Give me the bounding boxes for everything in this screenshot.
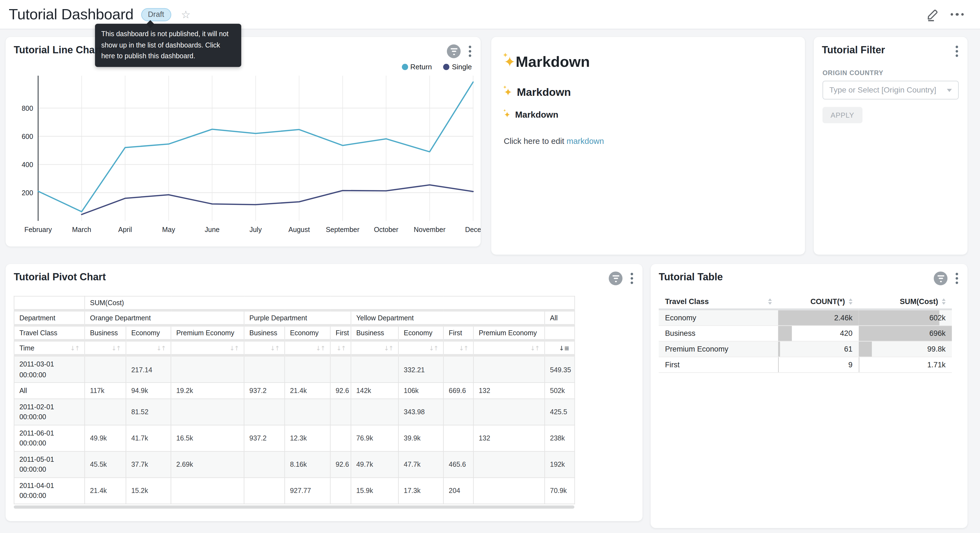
- pivot-cell: [473, 477, 545, 503]
- pivot-cell: 76.9k: [351, 425, 398, 451]
- markdown-card[interactable]: ✦✦Markdown ✦✦Markdown ✦✦Markdown Click h…: [492, 37, 805, 255]
- table-filter-indicator-icon[interactable]: [934, 271, 947, 285]
- table-row: First91.71k: [659, 357, 952, 373]
- chevron-down-icon: [947, 89, 952, 92]
- sort-icon[interactable]: ↓↑: [111, 345, 121, 351]
- pivot-sort-cell: ↓≡: [545, 340, 575, 355]
- pivot-cell: 238k: [545, 425, 575, 451]
- legend-label: Return: [410, 63, 432, 71]
- pivot-sort-cell: ↓↑: [171, 340, 244, 355]
- table-column-header-travel-class[interactable]: Travel Class: [659, 294, 778, 309]
- legend-label: Single: [452, 63, 472, 71]
- apply-button[interactable]: APPLY: [822, 107, 862, 123]
- legend-dot: [402, 64, 408, 70]
- pivot-column-header[interactable]: Economy: [126, 326, 171, 340]
- markdown-edit-link[interactable]: markdown: [566, 136, 604, 146]
- dashboard-page: Tutorial Dashboard Draft ☆ This dashboar…: [0, 0, 980, 533]
- sparkles-icon: ✦✦: [504, 86, 513, 99]
- svg-text:November: November: [414, 226, 445, 233]
- pivot-column-header[interactable]: First: [443, 326, 473, 340]
- origin-country-select[interactable]: Type or Select [Origin Country]: [822, 81, 959, 99]
- pivot-column-header[interactable]: Business: [244, 326, 285, 340]
- sort-caret-icon: [768, 298, 772, 304]
- count-cell: 420: [778, 326, 859, 342]
- pivot-kebab-menu-icon[interactable]: [629, 271, 635, 285]
- pivot-cell: 937.2: [244, 383, 285, 399]
- sort-icon[interactable]: ↓↑: [459, 345, 468, 351]
- pivot-cell: 41.7k: [126, 425, 171, 451]
- pivot-filter-indicator-icon[interactable]: [609, 271, 622, 285]
- edit-dashboard-button[interactable]: [925, 8, 939, 21]
- sort-icon[interactable]: ↓↑: [70, 345, 79, 351]
- sort-icon[interactable]: ↓↑: [337, 345, 345, 351]
- favorite-star-icon[interactable]: ☆: [181, 9, 191, 20]
- pivot-cell: 106k: [398, 383, 443, 399]
- pivot-row: All117k94.9k19.2k937.221.4k92.6142k106k6…: [14, 383, 575, 399]
- travel-class-cell: Business: [659, 326, 778, 342]
- pivot-row: 2011-03-0100:00:00217.14332.21549.35: [14, 356, 575, 383]
- legend-item-return[interactable]: Return: [402, 63, 432, 71]
- svg-text:April: April: [118, 226, 132, 233]
- pivot-cell: 49.7k: [351, 451, 398, 477]
- line-chart-card: Tutorial Line Chart ReturnSingle 2004006…: [6, 37, 480, 247]
- pivot-group-header[interactable]: Orange Department: [85, 310, 244, 326]
- sort-desc-icon[interactable]: ↓≡: [559, 345, 570, 351]
- sort-icon[interactable]: ↓↑: [229, 345, 239, 351]
- svg-text:March: March: [72, 226, 91, 233]
- sort-icon[interactable]: ↓↑: [316, 345, 325, 351]
- pivot-corner-cell: [14, 296, 85, 310]
- legend-item-single[interactable]: Single: [443, 63, 472, 71]
- sort-icon[interactable]: ↓↑: [270, 345, 279, 351]
- legend-dot: [443, 64, 449, 70]
- pivot-class-row: Travel ClassBusinessEconomyPremium Econo…: [14, 326, 575, 340]
- sort-icon[interactable]: ↓↑: [429, 345, 438, 351]
- pivot-cell: [171, 356, 244, 383]
- pivot-sort-cell: ↓↑: [351, 340, 398, 355]
- pivot-column-header[interactable]: Premium Economy: [171, 326, 244, 340]
- pivot-row-label: All: [14, 383, 85, 399]
- chart-kebab-menu-icon[interactable]: [467, 45, 473, 58]
- pivot-chart-card: Tutorial Pivot Chart SUM(Cost)Department…: [6, 264, 643, 521]
- pivot-cell: 37.7k: [126, 451, 171, 477]
- pivot-cell: 343.98: [398, 399, 443, 425]
- pivot-column-header[interactable]: Premium Economy: [473, 326, 545, 340]
- column-label: Travel Class: [665, 297, 709, 306]
- pivot-column-header[interactable]: Business: [85, 326, 126, 340]
- draft-tooltip: This dashboard is not published, it will…: [95, 24, 241, 67]
- pivot-column-header[interactable]: First: [331, 326, 351, 340]
- pivot-cell: 927.77: [285, 477, 330, 503]
- pivot-cell: 81.52: [126, 399, 171, 425]
- sort-icon[interactable]: ↓↑: [156, 345, 165, 351]
- pivot-cell: [244, 477, 285, 503]
- cell-bar: [859, 310, 939, 326]
- table-column-header-count-[interactable]: COUNT(*): [778, 294, 859, 309]
- tooltip-text: This dashboard is not published, it will…: [101, 30, 229, 60]
- pivot-sort-cell: ↓↑: [126, 340, 171, 355]
- pivot-group-header[interactable]: Yellow Department: [351, 310, 545, 326]
- svg-text:July: July: [250, 226, 262, 233]
- markdown-heading-1: ✦✦Markdown: [504, 53, 792, 71]
- pivot-cell: [351, 356, 398, 383]
- sort-icon[interactable]: ↓↑: [384, 345, 393, 351]
- cell-value: 99.8k: [927, 345, 945, 353]
- table-kebab-menu-icon[interactable]: [954, 271, 960, 285]
- pivot-column-header[interactable]: [545, 326, 575, 340]
- table-column-header-sum-cost-[interactable]: SUM(Cost): [859, 294, 952, 309]
- pivot-cell: 2.69k: [171, 451, 244, 477]
- pivot-column-header[interactable]: Economy: [398, 326, 443, 340]
- pivot-cell: [331, 399, 351, 425]
- pivot-group-header[interactable]: Purple Department: [244, 310, 351, 326]
- markdown-heading-2: ✦✦Markdown: [504, 86, 792, 99]
- filter-kebab-menu-icon[interactable]: [954, 45, 960, 58]
- pivot-column-header[interactable]: Economy: [285, 326, 330, 340]
- pivot-column-header[interactable]: Business: [351, 326, 398, 340]
- pivot-cell: 8.16k: [285, 451, 330, 477]
- chart-filter-indicator-icon[interactable]: [447, 45, 461, 58]
- more-actions-button[interactable]: [950, 13, 964, 16]
- horizontal-scrollbar[interactable]: [14, 505, 574, 508]
- sort-icon[interactable]: ↓↑: [530, 345, 539, 351]
- pivot-group-header[interactable]: All: [545, 310, 575, 326]
- draft-status-badge[interactable]: Draft: [141, 8, 171, 21]
- series-line-single: [82, 185, 473, 215]
- pivot-cell: [443, 356, 473, 383]
